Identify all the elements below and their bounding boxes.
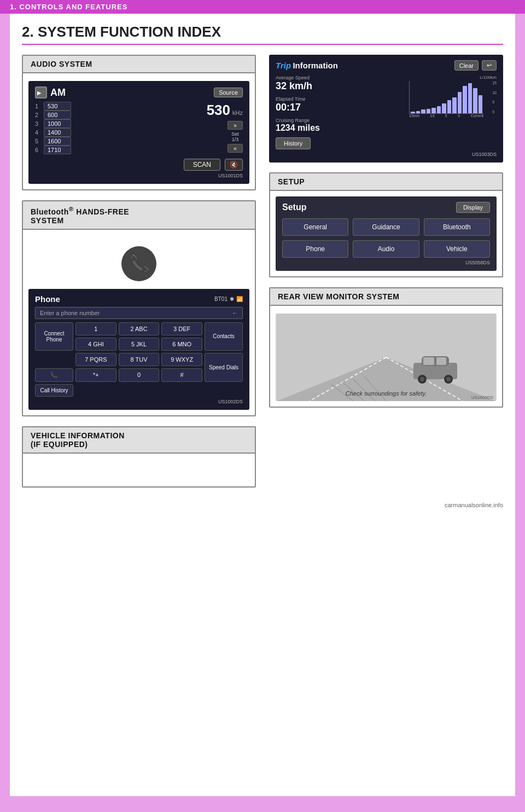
key-7pqrs[interactable]: 7 PQRS — [75, 353, 116, 366]
preset-row[interactable]: 41400 — [35, 128, 71, 137]
key-star[interactable]: *+ — [75, 368, 116, 382]
svg-text:▶: ▶ — [37, 90, 42, 96]
chart-y-labels: 15 10 5 0 — [492, 81, 497, 114]
key-9wxyz[interactable]: 9 WXYZ — [161, 353, 202, 366]
rear-view-section: REAR VIEW MONITOR SYSTEM — [269, 287, 503, 408]
scan-button[interactable]: SCAN — [184, 159, 220, 171]
trip-title-colored: Trip — [276, 61, 291, 70]
phone-icon-area: 📞 — [28, 235, 249, 287]
preset-freq: 1600 — [44, 137, 71, 146]
preset-num: 3 — [35, 120, 42, 127]
bluetooth-header: Bluetooth® HANDS-FREESYSTEM — [23, 201, 255, 230]
rear-view-image: Check surroundings for safety. US1005DS — [276, 314, 497, 401]
audio-screen: ▶ AM Source 1530260031000414005160061710 — [28, 81, 249, 184]
tune-backward-btn[interactable]: « — [228, 144, 243, 153]
footer-watermark: carmanualsonline.info — [22, 497, 503, 513]
vehicle-info-text: VEHICLE INFORMATION(IF EQUIPPED) — [31, 431, 125, 449]
audio-system-header: AUDIO SYSTEM — [23, 56, 255, 73]
display-button[interactable]: Display — [456, 202, 490, 213]
trip-top: Trip Information Clear ↩ — [276, 60, 497, 71]
setup-screen-id: US5058DS — [282, 260, 490, 265]
set-label: Set1/3 — [228, 131, 243, 142]
phone-screen-title: Phone — [35, 294, 60, 304]
cruising-label: Cruising Range — [276, 118, 404, 123]
back-button[interactable]: ↩ — [482, 60, 497, 71]
call-btn[interactable]: 📞 — [35, 368, 73, 382]
right-column: Trip Information Clear ↩ Average Speed 3… — [269, 55, 503, 497]
vehicle-info-header: VEHICLE INFORMATION(IF EQUIPPED) — [23, 427, 255, 454]
setup-item-bluetooth[interactable]: Bluetooth — [424, 218, 490, 236]
setup-item-audio[interactable]: Audio — [353, 240, 419, 258]
bt-id: BT01 — [214, 296, 228, 302]
chart-bar — [452, 97, 457, 113]
preset-freq: 530 — [44, 102, 71, 111]
svg-rect-9 — [436, 357, 446, 365]
preset-row[interactable]: 1530 — [35, 102, 71, 111]
trip-actions: Clear ↩ — [454, 60, 497, 71]
key-6mno[interactable]: 6 MNO — [161, 338, 202, 351]
rear-view-caption: Check surroundings for safety. — [346, 390, 427, 397]
x-label-current: Current — [471, 114, 483, 118]
preset-freq: 1000 — [44, 119, 71, 128]
phone-status: BT01 ✱ 📶 — [214, 296, 243, 302]
preset-num: 6 — [35, 147, 42, 153]
key-3def[interactable]: 3 DEF — [161, 322, 202, 335]
key-0[interactable]: 0 — [119, 368, 160, 382]
bt-icon: ✱ — [230, 296, 234, 302]
main-content: 2. SYSTEM FUNCTION INDEX AUDIO SYSTEM ▶ … — [10, 14, 515, 796]
speed-dials-btn[interactable]: Speed Dials — [205, 353, 243, 382]
connect-phone-btn[interactable]: Connect Phone — [35, 322, 73, 351]
setup-item-general[interactable]: General — [282, 218, 348, 236]
audio-system-section: AUDIO SYSTEM ▶ AM Source — [22, 55, 256, 190]
setup-item-guidance[interactable]: Guidance — [353, 218, 419, 236]
trip-right: L/100km 15 10 5 0 — [409, 75, 497, 133]
vehicle-info-section: VEHICLE INFORMATION(IF EQUIPPED) — [22, 426, 256, 488]
preset-row[interactable]: 31000 — [35, 119, 71, 128]
contacts-btn[interactable]: Contacts — [205, 322, 243, 351]
avg-speed-value: 32 km/h — [276, 80, 404, 92]
chart-unit: L/100km — [409, 75, 497, 80]
key-5jkl[interactable]: 5 JKL — [119, 338, 160, 351]
setup-body: Setup Display GeneralGuidanceBluetoothPh… — [270, 191, 502, 276]
key-4ghi[interactable]: 4 GHI — [75, 338, 116, 351]
mute-button[interactable]: 🔇 — [225, 159, 243, 171]
signal-icon: 📶 — [236, 296, 243, 302]
key-8tuv[interactable]: 8 TUV — [119, 353, 160, 366]
bluetooth-section: Bluetooth® HANDS-FREESYSTEM 📞 Phone BT0 — [22, 200, 256, 416]
chart-bar — [463, 86, 467, 113]
bluetooth-header-text: Bluetooth® HANDS-FREESYSTEM — [31, 207, 129, 225]
audio-mode: AM — [50, 87, 66, 98]
vehicle-info-body — [23, 454, 255, 486]
preset-row[interactable]: 2600 — [35, 111, 71, 119]
setup-item-vehicle[interactable]: Vehicle — [424, 240, 490, 258]
trip-data: Average Speed 32 km/h Elapsed Time 00:17… — [276, 75, 497, 133]
setup-screen: Setup Display GeneralGuidanceBluetoothPh… — [276, 196, 497, 271]
left-column: AUDIO SYSTEM ▶ AM Source — [22, 55, 256, 497]
svg-point-12 — [420, 377, 424, 381]
setup-grid: GeneralGuidanceBluetoothPhoneAudioVehicl… — [282, 218, 490, 258]
source-button[interactable]: Source — [214, 88, 243, 97]
trip-screen-id: US1003DS — [276, 152, 497, 157]
y-label-5: 5 — [492, 100, 497, 104]
chart-bar — [427, 109, 431, 113]
history-button[interactable]: History — [276, 137, 311, 149]
preset-row[interactable]: 51600 — [35, 137, 71, 146]
setup-header: SETUP — [270, 173, 502, 191]
preset-row[interactable]: 61710 — [35, 146, 71, 154]
key-1[interactable]: 1 — [75, 322, 116, 335]
backspace-btn[interactable]: ← — [232, 310, 238, 316]
chart-bar — [442, 103, 446, 113]
elapsed-value: 00:17 — [276, 102, 404, 113]
chart-bar — [479, 95, 483, 113]
trip-title-rest: Information — [293, 61, 338, 70]
rear-view-body: Check surroundings for safety. US1005DS — [270, 306, 502, 407]
key-2abc[interactable]: 2 ABC — [119, 322, 160, 335]
y-label-15: 15 — [492, 81, 497, 85]
chart-bar — [421, 109, 425, 113]
setup-item-phone[interactable]: Phone — [282, 240, 348, 258]
clear-button[interactable]: Clear — [454, 60, 479, 71]
cruising-value: 1234 miles — [276, 123, 404, 133]
call-history-btn[interactable]: Call History — [35, 384, 73, 397]
tune-forward-btn[interactable]: » — [228, 121, 243, 130]
key-hash[interactable]: # — [161, 368, 202, 382]
